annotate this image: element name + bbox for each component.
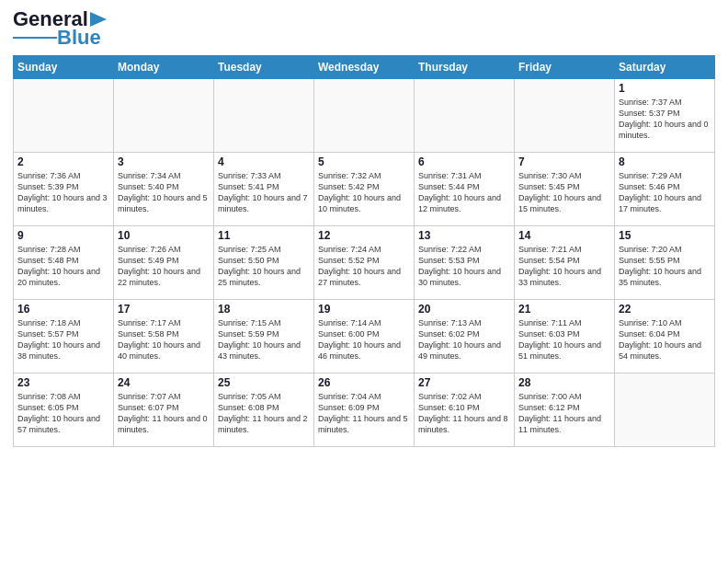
day-number: 2 — [17, 155, 109, 168]
day-info: Sunrise: 7:25 AM Sunset: 5:50 PM Dayligh… — [218, 244, 310, 289]
calendar-cell — [515, 79, 615, 153]
calendar-cell: 14Sunrise: 7:21 AM Sunset: 5:54 PM Dayli… — [515, 226, 615, 300]
calendar-cell: 11Sunrise: 7:25 AM Sunset: 5:50 PM Dayli… — [214, 226, 314, 300]
day-number: 26 — [318, 376, 410, 389]
calendar-cell: 3Sunrise: 7:34 AM Sunset: 5:40 PM Daylig… — [114, 153, 214, 226]
calendar-cell: 13Sunrise: 7:22 AM Sunset: 5:53 PM Dayli… — [415, 226, 515, 300]
day-info: Sunrise: 7:18 AM Sunset: 5:57 PM Dayligh… — [17, 317, 109, 362]
day-number: 19 — [318, 303, 410, 316]
calendar-week-row: 23Sunrise: 7:08 AM Sunset: 6:05 PM Dayli… — [14, 373, 715, 447]
calendar-header-thursday: Thursday — [415, 56, 515, 79]
day-number: 3 — [118, 155, 210, 168]
logo-underline — [13, 37, 57, 39]
calendar-cell: 27Sunrise: 7:02 AM Sunset: 6:10 PM Dayli… — [415, 373, 515, 447]
day-info: Sunrise: 7:11 AM Sunset: 6:03 PM Dayligh… — [518, 317, 610, 362]
day-info: Sunrise: 7:22 AM Sunset: 5:53 PM Dayligh… — [418, 244, 510, 289]
calendar-cell — [214, 79, 314, 153]
calendar-cell: 5Sunrise: 7:32 AM Sunset: 5:42 PM Daylig… — [314, 153, 415, 226]
logo-arrow-icon — [90, 12, 107, 27]
day-number: 20 — [418, 303, 510, 316]
day-info: Sunrise: 7:00 AM Sunset: 6:12 PM Dayligh… — [518, 391, 610, 436]
calendar-table: SundayMondayTuesdayWednesdayThursdayFrid… — [13, 55, 715, 447]
calendar-header-monday: Monday — [114, 56, 214, 79]
day-number: 1 — [619, 82, 711, 95]
day-number: 14 — [518, 229, 610, 242]
day-number: 18 — [218, 303, 310, 316]
day-number: 9 — [17, 229, 109, 242]
calendar-header-wednesday: Wednesday — [314, 56, 415, 79]
day-number: 21 — [518, 303, 610, 316]
page-container: General Blue SundayMondayTuesdayWednesda… — [0, 0, 728, 563]
day-info: Sunrise: 7:13 AM Sunset: 6:02 PM Dayligh… — [418, 317, 510, 362]
calendar-week-row: 16Sunrise: 7:18 AM Sunset: 5:57 PM Dayli… — [14, 300, 715, 373]
calendar-cell: 6Sunrise: 7:31 AM Sunset: 5:44 PM Daylig… — [415, 153, 515, 226]
calendar-cell: 21Sunrise: 7:11 AM Sunset: 6:03 PM Dayli… — [515, 300, 615, 373]
calendar-cell: 10Sunrise: 7:26 AM Sunset: 5:49 PM Dayli… — [114, 226, 214, 300]
day-info: Sunrise: 7:21 AM Sunset: 5:54 PM Dayligh… — [518, 244, 610, 289]
day-number: 13 — [418, 229, 510, 242]
calendar-cell: 19Sunrise: 7:14 AM Sunset: 6:00 PM Dayli… — [314, 300, 415, 373]
calendar-cell: 7Sunrise: 7:30 AM Sunset: 5:45 PM Daylig… — [515, 153, 615, 226]
day-info: Sunrise: 7:32 AM Sunset: 5:42 PM Dayligh… — [318, 170, 410, 215]
calendar-cell — [615, 373, 715, 447]
calendar-cell: 18Sunrise: 7:15 AM Sunset: 5:59 PM Dayli… — [214, 300, 314, 373]
day-info: Sunrise: 7:08 AM Sunset: 6:05 PM Dayligh… — [17, 391, 109, 436]
calendar-week-row: 9Sunrise: 7:28 AM Sunset: 5:48 PM Daylig… — [14, 226, 715, 300]
calendar-cell — [14, 79, 114, 153]
day-info: Sunrise: 7:20 AM Sunset: 5:55 PM Dayligh… — [619, 244, 711, 289]
svg-marker-0 — [90, 12, 107, 27]
day-number: 8 — [619, 155, 711, 168]
day-number: 24 — [118, 376, 210, 389]
day-info: Sunrise: 7:05 AM Sunset: 6:08 PM Dayligh… — [218, 391, 310, 436]
day-number: 6 — [418, 155, 510, 168]
day-number: 10 — [118, 229, 210, 242]
header: General Blue — [13, 9, 715, 48]
logo-blue: Blue — [57, 28, 101, 48]
day-info: Sunrise: 7:10 AM Sunset: 6:04 PM Dayligh… — [619, 317, 711, 362]
day-number: 16 — [17, 303, 109, 316]
calendar-cell: 24Sunrise: 7:07 AM Sunset: 6:07 PM Dayli… — [114, 373, 214, 447]
calendar-cell — [314, 79, 415, 153]
day-info: Sunrise: 7:31 AM Sunset: 5:44 PM Dayligh… — [418, 170, 510, 215]
day-info: Sunrise: 7:36 AM Sunset: 5:39 PM Dayligh… — [17, 170, 109, 215]
day-info: Sunrise: 7:30 AM Sunset: 5:45 PM Dayligh… — [518, 170, 610, 215]
day-info: Sunrise: 7:07 AM Sunset: 6:07 PM Dayligh… — [118, 391, 210, 436]
day-info: Sunrise: 7:04 AM Sunset: 6:09 PM Dayligh… — [318, 391, 410, 436]
day-info: Sunrise: 7:02 AM Sunset: 6:10 PM Dayligh… — [418, 391, 510, 436]
day-number: 17 — [118, 303, 210, 316]
calendar-week-row: 1Sunrise: 7:37 AM Sunset: 5:37 PM Daylig… — [14, 79, 715, 153]
day-info: Sunrise: 7:33 AM Sunset: 5:41 PM Dayligh… — [218, 170, 310, 215]
calendar-header-row: SundayMondayTuesdayWednesdayThursdayFrid… — [14, 56, 715, 79]
day-number: 15 — [619, 229, 711, 242]
day-info: Sunrise: 7:29 AM Sunset: 5:46 PM Dayligh… — [619, 170, 711, 215]
day-number: 11 — [218, 229, 310, 242]
calendar-cell: 1Sunrise: 7:37 AM Sunset: 5:37 PM Daylig… — [615, 79, 715, 153]
day-number: 5 — [318, 155, 410, 168]
day-number: 23 — [17, 376, 109, 389]
day-info: Sunrise: 7:17 AM Sunset: 5:58 PM Dayligh… — [118, 317, 210, 362]
day-number: 4 — [218, 155, 310, 168]
day-info: Sunrise: 7:28 AM Sunset: 5:48 PM Dayligh… — [17, 244, 109, 289]
day-number: 25 — [218, 376, 310, 389]
calendar-week-row: 2Sunrise: 7:36 AM Sunset: 5:39 PM Daylig… — [14, 153, 715, 226]
calendar-cell: 28Sunrise: 7:00 AM Sunset: 6:12 PM Dayli… — [515, 373, 615, 447]
calendar-cell: 20Sunrise: 7:13 AM Sunset: 6:02 PM Dayli… — [415, 300, 515, 373]
calendar-cell — [415, 79, 515, 153]
day-info: Sunrise: 7:15 AM Sunset: 5:59 PM Dayligh… — [218, 317, 310, 362]
day-info: Sunrise: 7:24 AM Sunset: 5:52 PM Dayligh… — [318, 244, 410, 289]
calendar-cell: 15Sunrise: 7:20 AM Sunset: 5:55 PM Dayli… — [615, 226, 715, 300]
calendar-cell: 4Sunrise: 7:33 AM Sunset: 5:41 PM Daylig… — [214, 153, 314, 226]
day-info: Sunrise: 7:26 AM Sunset: 5:49 PM Dayligh… — [118, 244, 210, 289]
calendar-header-friday: Friday — [515, 56, 615, 79]
calendar-header-sunday: Sunday — [14, 56, 114, 79]
day-info: Sunrise: 7:34 AM Sunset: 5:40 PM Dayligh… — [118, 170, 210, 215]
calendar-cell: 16Sunrise: 7:18 AM Sunset: 5:57 PM Dayli… — [14, 300, 114, 373]
calendar-cell: 2Sunrise: 7:36 AM Sunset: 5:39 PM Daylig… — [14, 153, 114, 226]
calendar-header-tuesday: Tuesday — [214, 56, 314, 79]
calendar-cell — [114, 79, 214, 153]
calendar-cell: 9Sunrise: 7:28 AM Sunset: 5:48 PM Daylig… — [14, 226, 114, 300]
calendar-cell: 26Sunrise: 7:04 AM Sunset: 6:09 PM Dayli… — [314, 373, 415, 447]
calendar-cell: 23Sunrise: 7:08 AM Sunset: 6:05 PM Dayli… — [14, 373, 114, 447]
calendar-cell: 12Sunrise: 7:24 AM Sunset: 5:52 PM Dayli… — [314, 226, 415, 300]
day-number: 7 — [518, 155, 610, 168]
